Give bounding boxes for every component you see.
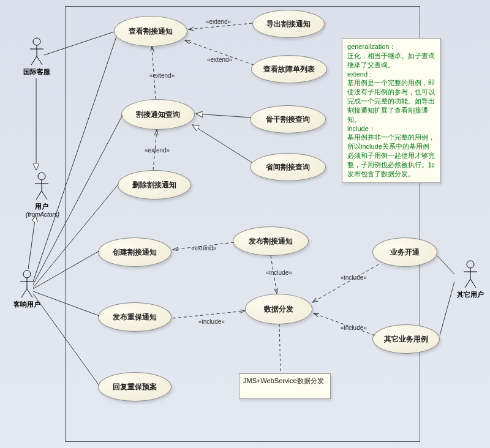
- svg-line-29: [437, 256, 454, 274]
- svg-line-13: [21, 289, 27, 297]
- label-extend: «extend»: [206, 18, 231, 25]
- svg-line-18: [465, 279, 470, 288]
- usecase-publish-restore-notice: 发布重保通知: [98, 302, 172, 332]
- actor-icon: [461, 259, 480, 289]
- label-include: «include»: [266, 269, 292, 276]
- actor-label: 客响用户: [9, 300, 45, 309]
- actor-label: 其它用户: [453, 290, 488, 299]
- usecase-reply-restore-plan: 回复重保预案: [98, 372, 172, 401]
- usecase-publish-cut-notice: 发布割接通知: [233, 226, 309, 256]
- actor-label: 国际客服: [21, 67, 53, 77]
- svg-line-9: [42, 191, 47, 200]
- usecase-delete-cut-notice: 删除割接通知: [118, 170, 191, 200]
- svg-line-3: [31, 56, 37, 65]
- svg-line-21: [28, 215, 36, 269]
- svg-line-4: [37, 56, 42, 65]
- svg-point-15: [467, 261, 474, 268]
- actor-label: 用户: [26, 202, 58, 211]
- svg-line-19: [470, 279, 476, 288]
- svg-point-10: [23, 271, 31, 278]
- svg-point-0: [33, 38, 40, 45]
- label-extend: «extend»: [191, 245, 216, 252]
- svg-line-30: [440, 282, 454, 335]
- actor-user: 用户 (fromActors): [26, 171, 58, 218]
- note-jms: JMS+WebService数据分发: [239, 373, 331, 399]
- label-include: «include»: [341, 274, 367, 281]
- label-include: «include»: [198, 318, 225, 325]
- usecase-other-biz: 其它业务用例: [372, 324, 440, 354]
- actor-kx-user: 客响用户: [9, 269, 45, 309]
- usecase-province-cut-query: 省间割接查询: [250, 153, 326, 181]
- svg-point-5: [38, 173, 45, 180]
- usecase-data-dispatch: 数据分发: [245, 294, 312, 324]
- usecase-create-cut-notice: 创建割接通知: [98, 237, 172, 267]
- label-extend: «extend»: [207, 56, 232, 63]
- actor-icon: [18, 269, 36, 299]
- svg-line-8: [36, 191, 42, 200]
- usecase-view-fault-list: 查看故障单列表: [251, 55, 327, 83]
- usecase-view-cut-notice: 查看割接通知: [114, 16, 187, 47]
- usecase-export-cut-notice: 导出割接通知: [252, 10, 325, 38]
- diagram-canvas: 国际客服 用户 (fromActors) 客响用户 其它: [0, 0, 490, 448]
- label-include: «include»: [341, 324, 367, 331]
- actor-stereo: (fromActors): [26, 211, 58, 218]
- usecase-cut-notice-query: 割接通知查询: [121, 99, 195, 130]
- actor-icon: [32, 171, 51, 201]
- usecase-biz-open: 业务开通: [372, 237, 437, 267]
- usecase-backbone-cut-query: 骨干割接查询: [250, 105, 326, 133]
- actor-icon: [28, 37, 46, 66]
- actor-intl-cs: 国际客服: [21, 37, 53, 77]
- svg-line-14: [27, 289, 32, 297]
- note-main: generalization： 泛化，相当于继承。如子查询继承了父查询。 ext…: [342, 38, 441, 183]
- label-extend: «extend»: [145, 147, 170, 154]
- label-extend: «extend»: [149, 72, 175, 79]
- actor-other-user: 其它用户: [453, 259, 488, 299]
